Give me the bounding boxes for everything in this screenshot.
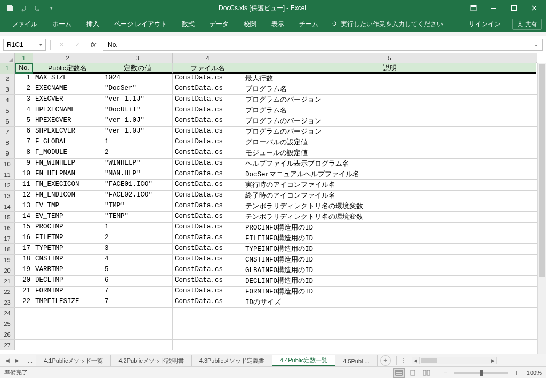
row-header[interactable]: 27 [0,340,15,350]
cell[interactable]: 7 [102,287,173,297]
redo-icon[interactable] [32,3,43,13]
row-header[interactable]: 17 [0,233,15,243]
cell[interactable] [102,318,173,329]
cell[interactable]: 20 [15,276,33,287]
cell[interactable]: ConstData.cs [173,276,243,287]
cell[interactable]: FN_WINHELP [33,159,102,169]
cell[interactable] [173,340,243,350]
view-page-break-icon[interactable] [421,368,432,378]
cell[interactable]: PROCINFO構造用のID [243,223,536,233]
cell[interactable]: 15 [15,223,33,233]
cell[interactable]: 10 [15,169,33,180]
cell[interactable] [33,340,102,350]
cell[interactable]: FN_HELPMAN [33,169,102,180]
cell[interactable]: 定数の値 [102,63,173,74]
cell[interactable] [173,308,243,318]
row-header[interactable]: 14 [0,201,15,211]
cell[interactable]: No. [15,63,33,74]
cell[interactable] [15,308,33,318]
close-icon[interactable] [525,1,544,15]
cell[interactable]: 1 [102,137,173,148]
cell[interactable] [102,340,173,350]
cell[interactable]: 12 [15,191,33,201]
formula-input[interactable]: No. ⌄ [103,39,543,51]
cell[interactable]: 終了時のアイコンファイル名 [243,191,536,201]
cell[interactable]: MAX_SIZE [33,74,102,84]
cell[interactable]: EXECNAME [33,84,102,95]
row-header[interactable]: 7 [0,127,15,137]
cell[interactable]: 16 [15,233,33,244]
cell[interactable]: FILEINFO構造用のID [243,233,536,244]
cell[interactable]: 3 [15,95,33,105]
cell[interactable]: "ver 1.1J" [102,95,173,105]
row-header[interactable]: 25 [0,318,15,329]
row-header[interactable]: 13 [0,191,15,201]
cell[interactable]: ConstData.cs [173,223,243,233]
cell[interactable]: "DocSer" [102,84,173,95]
cell[interactable]: ConstData.cs [173,297,243,308]
cell[interactable]: EXECVER [33,95,102,105]
row-header[interactable]: 20 [0,265,15,275]
signin-link[interactable]: サインイン [463,20,506,29]
cell[interactable]: ConstData.cs [173,95,243,105]
row-header[interactable]: 15 [0,212,15,222]
tab-file[interactable]: ファイル [4,16,45,32]
maximize-icon[interactable] [504,1,524,15]
cell[interactable] [102,308,173,318]
horizontal-scrollbar[interactable]: ◀ ▶ [412,357,497,364]
row-header[interactable]: 8 [0,137,15,148]
column-header[interactable]: 4 [173,53,243,63]
row-header[interactable]: 1 [0,63,15,74]
row-header[interactable]: 16 [0,223,15,233]
cell[interactable]: F_MODULE [33,148,102,159]
cell[interactable]: 22 [15,297,33,308]
cell[interactable]: FILETMP [33,233,102,244]
row-header[interactable]: 4 [0,95,15,105]
name-box[interactable]: R1C1 ▾ [3,39,46,51]
cell[interactable]: ConstData.cs [173,212,243,223]
cell[interactable]: 11 [15,180,33,191]
minimize-icon[interactable] [484,1,503,15]
cell[interactable] [15,318,33,329]
sheet-tab[interactable]: 4.3Publicメソッド定義書 [191,355,272,366]
cell[interactable]: TYPETMP [33,244,102,255]
cell[interactable]: FN_ENDICON [33,191,102,201]
cell[interactable] [243,308,536,318]
row-header[interactable]: 21 [0,276,15,286]
expand-formula-bar-icon[interactable]: ⌄ [534,42,538,47]
cell[interactable]: DECLINFO構造用のID [243,276,536,287]
sheet-tabs-overflow-left[interactable]: ... [25,357,36,364]
tab-team[interactable]: チーム [292,16,326,32]
zoom-slider-thumb[interactable] [480,370,483,376]
row-header[interactable]: 23 [0,297,15,307]
cell[interactable] [243,318,536,329]
cell[interactable]: ConstData.cs [173,287,243,297]
cell[interactable]: 説明 [243,63,536,74]
row-header[interactable]: 19 [0,255,15,265]
tab-page-layout[interactable]: ページ レイアウト [107,16,174,32]
tell-me-search[interactable]: 実行したい作業を入力してください [326,20,448,29]
zoom-in-button[interactable]: + [513,369,520,377]
cell[interactable]: "WINHELP" [102,159,173,169]
ribbon-display-options-icon[interactable] [464,1,483,15]
tab-formulas[interactable]: 数式 [174,16,202,32]
cell[interactable]: 4 [15,105,33,116]
row-header[interactable]: 10 [0,159,15,169]
tab-review[interactable]: 校閲 [236,16,264,32]
cell[interactable]: ConstData.cs [173,244,243,255]
cell[interactable]: "FACE01.ICO" [102,180,173,191]
cell[interactable] [33,329,102,340]
cell[interactable]: 最大行数 [243,74,536,84]
row-header[interactable]: 5 [0,105,15,116]
row-header[interactable]: 2 [0,74,15,84]
column-header[interactable]: 1 [15,53,33,63]
sheet-tab[interactable]: 4.5Publ ... [335,355,378,366]
cell[interactable]: ConstData.cs [173,169,243,180]
cell[interactable]: 2 [102,148,173,159]
cell[interactable]: EV_TMP [33,201,102,212]
cell[interactable]: CNSTTMP [33,255,102,265]
zoom-out-button[interactable]: − [441,369,449,377]
vertical-scrollbar[interactable] [537,63,546,354]
cell[interactable]: 14 [15,212,33,223]
cell[interactable]: SHPEXECVER [33,127,102,137]
